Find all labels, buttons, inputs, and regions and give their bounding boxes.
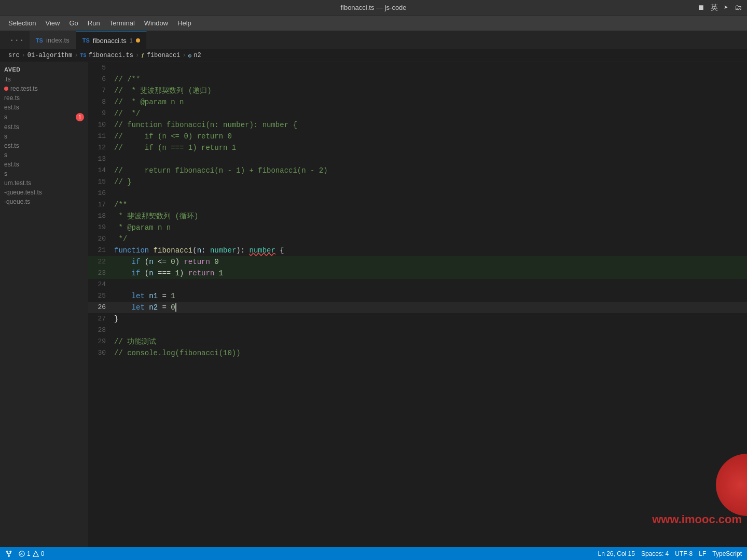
code-line-24: 24 bbox=[88, 279, 747, 290]
menu-terminal[interactable]: Terminal bbox=[105, 18, 139, 29]
breadcrumb-file[interactable]: TS fibonacci.ts bbox=[80, 52, 133, 59]
code-line-25: 25 let n1 = 1 bbox=[88, 290, 747, 302]
code-line-12: 12 // if (n === 1) return 1 bbox=[88, 142, 747, 153]
stop-icon[interactable]: ⏹ bbox=[697, 4, 704, 12]
code-line-29: 29 // 功能测试 bbox=[88, 336, 747, 347]
lang-icon[interactable]: 英 bbox=[711, 3, 718, 12]
tab-index[interactable]: TS index.ts bbox=[30, 31, 76, 49]
error-icon: ✕ bbox=[19, 551, 25, 557]
code-28 bbox=[114, 325, 118, 336]
window-title: fibonacci.ts — js-code bbox=[340, 4, 406, 11]
code-10: // function fibonacci(n: number): number… bbox=[114, 119, 297, 131]
sidebar-item-12[interactable]: um.test.ts bbox=[0, 178, 88, 188]
line-num-29: 29 bbox=[88, 336, 114, 347]
line-num-9: 9 bbox=[88, 108, 114, 119]
code-23: if (n === 1) return 1 bbox=[114, 268, 223, 279]
tab-fibonacci[interactable]: TS fibonacci.ts 1 bbox=[76, 31, 147, 49]
code-9: // */ bbox=[114, 108, 140, 119]
code-line-27: 27 } bbox=[88, 313, 747, 325]
sidebar-item-10[interactable]: est.ts bbox=[0, 160, 88, 169]
sidebar-item-14[interactable]: -queue.ts bbox=[0, 197, 88, 206]
line-num-18: 18 bbox=[88, 211, 114, 222]
breadcrumb-sep2: › bbox=[74, 52, 78, 59]
code-line-14: 14 // return fibonacci(n - 1) + fibonacc… bbox=[88, 165, 747, 176]
sidebar-item-9[interactable]: s bbox=[0, 150, 88, 160]
sidebar-dot-1 bbox=[4, 87, 8, 91]
editor-content: 5 6 // /** 7 // * 斐波那契数列 (递归) 8 // * @pa… bbox=[88, 62, 747, 547]
status-branch[interactable] bbox=[5, 550, 12, 557]
sidebar-item-1[interactable]: .ts bbox=[0, 75, 88, 84]
code-29: // 功能测试 bbox=[114, 336, 156, 347]
menu-view[interactable]: View bbox=[41, 18, 64, 29]
code-line-19: 19 * @param n n bbox=[88, 222, 747, 233]
sidebar-item-13[interactable]: -queue.test.ts bbox=[0, 188, 88, 197]
tab-index-label: index.ts bbox=[46, 36, 70, 44]
code-line-10: 10 // function fibonacci(n: number): num… bbox=[88, 119, 747, 131]
menu-bar: Selection View Go Run Terminal Window He… bbox=[0, 16, 747, 31]
line-num-24: 24 bbox=[88, 279, 114, 290]
menu-selection[interactable]: Selection bbox=[4, 18, 40, 29]
sidebar-item-3[interactable]: ree.ts bbox=[0, 93, 88, 103]
sidebar-header: AVED bbox=[0, 64, 88, 75]
sidebar-item-11[interactable]: s bbox=[0, 169, 88, 178]
code-17: /** bbox=[114, 199, 127, 211]
code-26: let n2 = 0 bbox=[114, 302, 176, 313]
code-line-17: 17 /** bbox=[88, 199, 747, 211]
code-30: // console.log(fibonacci(10)) bbox=[114, 347, 241, 359]
code-13 bbox=[114, 153, 118, 165]
code-12: // if (n === 1) return 1 bbox=[114, 142, 236, 153]
code-line-23: 23 if (n === 1) return 1 bbox=[88, 268, 747, 279]
sidebar-item-5-label: s bbox=[4, 114, 7, 121]
code-20: */ bbox=[114, 233, 127, 245]
sidebar-item-7[interactable]: s bbox=[0, 132, 88, 141]
code-11: // if (n <= 0) return 0 bbox=[114, 131, 232, 142]
sidebar-item-5[interactable]: s 1 bbox=[0, 112, 88, 122]
line-num-6: 6 bbox=[88, 74, 114, 85]
tab-modified-dot bbox=[136, 38, 140, 43]
menu-run[interactable]: Run bbox=[84, 18, 104, 29]
breadcrumb-ts-icon: TS bbox=[80, 53, 86, 59]
git-branch-icon bbox=[5, 550, 12, 557]
breadcrumb-function[interactable]: ƒ fibonacci bbox=[141, 52, 180, 59]
line-num-27: 27 bbox=[88, 313, 114, 325]
status-eol[interactable]: LF bbox=[699, 550, 706, 557]
breadcrumb-var-icon: ⊙ bbox=[188, 52, 192, 59]
status-spaces[interactable]: Spaces: 4 bbox=[641, 550, 669, 557]
code-21: function fibonacci(n: number): number { bbox=[114, 245, 284, 256]
status-encoding[interactable]: UTF-8 bbox=[675, 550, 693, 557]
line-num-10: 10 bbox=[88, 119, 114, 131]
tab-more-button[interactable]: ··· bbox=[4, 31, 30, 49]
tab-ts-icon: TS bbox=[36, 37, 43, 44]
line-num-20: 20 bbox=[88, 233, 114, 245]
breadcrumb-src[interactable]: src bbox=[8, 52, 20, 59]
breadcrumb-var[interactable]: ⊙ n2 bbox=[188, 52, 201, 59]
title-bar-controls: ⏹ 英 ➤ 🗂 bbox=[697, 3, 742, 12]
status-position[interactable]: Ln 26, Col 15 bbox=[598, 550, 635, 557]
sidebar-item-8[interactable]: est.ts bbox=[0, 141, 88, 150]
account-icon[interactable]: 🗂 bbox=[735, 4, 742, 12]
status-language[interactable]: TypeScript bbox=[712, 550, 742, 557]
code-15: // } bbox=[114, 176, 132, 188]
line-num-25: 25 bbox=[88, 290, 114, 302]
line-num-12: 12 bbox=[88, 142, 114, 153]
code-line-6: 6 // /** bbox=[88, 74, 747, 85]
menu-help[interactable]: Help bbox=[173, 18, 196, 29]
status-errors[interactable]: ✕ 1 0 bbox=[19, 550, 44, 557]
breadcrumb-algorithm[interactable]: 01-algorithm bbox=[27, 52, 72, 59]
line-num-28: 28 bbox=[88, 325, 114, 336]
code-line-20: 20 */ bbox=[88, 233, 747, 245]
line-num-22: 22 bbox=[88, 256, 114, 268]
sidebar-item-2[interactable]: ree.test.ts bbox=[0, 84, 88, 93]
breadcrumb: src › 01-algorithm › TS fibonacci.ts › ƒ… bbox=[0, 49, 747, 62]
line-num-16: 16 bbox=[88, 188, 114, 199]
status-bar: ✕ 1 0 Ln 26, Col 15 Spaces: 4 UTF-8 LF T… bbox=[0, 547, 747, 560]
sidebar-item-6[interactable]: est.ts bbox=[0, 122, 88, 132]
editor[interactable]: 5 6 // /** 7 // * 斐波那契数列 (递归) 8 // * @pa… bbox=[88, 62, 747, 547]
sidebar-item-4[interactable]: est.ts bbox=[0, 103, 88, 112]
send-icon[interactable]: ➤ bbox=[724, 3, 728, 12]
tabs-bar: ··· TS index.ts TS fibonacci.ts 1 bbox=[0, 31, 747, 49]
menu-go[interactable]: Go bbox=[65, 18, 82, 29]
code-25: let n1 = 1 bbox=[114, 290, 175, 302]
menu-window[interactable]: Window bbox=[140, 18, 172, 29]
code-24 bbox=[114, 279, 118, 290]
